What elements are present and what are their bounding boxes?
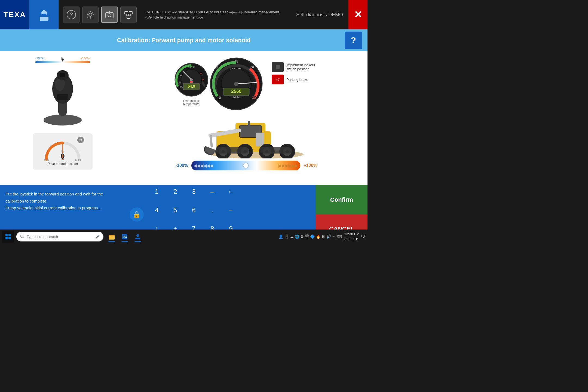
- numpad-key-1[interactable]: 1: [148, 183, 166, 200]
- network-icon: 🌐: [295, 234, 299, 239]
- taskbar-search-bar[interactable]: Type here to search 🎤: [16, 232, 103, 241]
- volume-icon: 🔊: [326, 234, 331, 239]
- svg-rect-36: [190, 81, 193, 83]
- svg-text:47: 47: [276, 78, 280, 82]
- taskbar-app-explorer[interactable]: [106, 231, 118, 243]
- numpad-key-dot[interactable]: .: [204, 201, 221, 219]
- indicators-column: Implement lockout switch position 47 Par…: [272, 57, 319, 84]
- rpm-gauge: 15 20 10 25 5 30 0 RPMx100: [209, 57, 264, 112]
- svg-rect-86: [109, 235, 111, 236]
- joystick-bar: ▼: [35, 61, 90, 63]
- taskbar-system-icons: 👤 📱 ☁ 🌐 ⚙ Ⓑ 🔷 🔥 🖥 🔊 ✏ ⌨: [278, 234, 342, 239]
- direction-bar: ◀◀◀◀◀◀ ▶▶▶▶▶▶: [191, 161, 300, 170]
- camera-toolbar-button[interactable]: [101, 7, 118, 23]
- svg-rect-74: [216, 147, 249, 154]
- search-mic-icon: 🎤: [95, 235, 100, 239]
- numpad-key-6[interactable]: 6: [185, 201, 203, 219]
- windows-start-button[interactable]: [2, 231, 14, 243]
- numpad-key-backspace[interactable]: ←: [222, 183, 240, 200]
- help-toolbar-button[interactable]: ?: [63, 7, 79, 23]
- taskbar-app-dc[interactable]: DC: [119, 231, 131, 243]
- toolbar-icons: ?: [59, 0, 141, 29]
- numpad-key-dash[interactable]: –: [204, 183, 221, 200]
- svg-rect-16: [57, 94, 68, 100]
- instruments-row: 240°F 60 120 180 25 30: [174, 57, 319, 112]
- parking-brake-label: Parking brake: [286, 78, 308, 82]
- svg-rect-10: [127, 16, 130, 19]
- svg-rect-8: [125, 11, 128, 14]
- svg-rect-75: [259, 147, 292, 154]
- search-placeholder: Type here to search: [27, 235, 58, 239]
- parking-brake-indicator: 47: [272, 75, 284, 84]
- taskbar-right: 👤 📱 ☁ 🌐 ⚙ Ⓑ 🔷 🔥 🖥 🔊 ✏ ⌨ 12:38 PM 2/28/20…: [278, 232, 365, 241]
- skid-steer-area: -100% ◀◀◀◀◀◀ ▶▶▶▶▶▶ +100%: [176, 115, 317, 170]
- implement-lockout-label: Implement lockout switch position: [286, 63, 319, 71]
- top-bar: TEXA ? CATERPILLAR\Skid steer\CATERPILLA…: [0, 0, 367, 29]
- lock-button[interactable]: 🔒: [130, 207, 144, 222]
- svg-rect-1: [40, 17, 48, 21]
- notification-button[interactable]: 🗨: [361, 234, 365, 239]
- numpad-key-2[interactable]: 2: [167, 183, 184, 200]
- right-panel: 240°F 60 120 180 25 30: [125, 51, 367, 185]
- main-content: -100% N +100% ▼: [0, 51, 367, 185]
- left-panel: -100% N +100% ▼: [0, 51, 125, 185]
- phone-icon: 📱: [284, 234, 289, 239]
- pen-icon: ✏: [332, 234, 335, 239]
- people-icon: 👤: [278, 234, 283, 239]
- taskbar-apps: DC: [106, 231, 144, 243]
- close-button[interactable]: ✕: [348, 0, 367, 29]
- svg-text:MIN: MIN: [44, 159, 49, 162]
- svg-rect-2: [42, 14, 46, 16]
- numpad-key-3[interactable]: 3: [185, 183, 203, 200]
- numpad-key-4[interactable]: 4: [148, 201, 166, 219]
- svg-text:MAX: MAX: [75, 159, 81, 162]
- drive-control-value: 0: [60, 152, 65, 161]
- bluetooth-icon: Ⓑ: [305, 234, 309, 239]
- svg-text:54.0: 54.0: [188, 84, 195, 88]
- temp-label: Hydraulic oil temperature: [174, 99, 209, 106]
- svg-rect-80: [5, 237, 8, 239]
- keyboard-icon: ⌨: [336, 234, 342, 239]
- implement-lockout-row: Implement lockout switch position: [272, 62, 319, 72]
- nav-home-button[interactable]: [29, 0, 59, 29]
- numpad-key-5[interactable]: 5: [167, 201, 184, 219]
- svg-text:30: 30: [252, 96, 256, 100]
- settings-toolbar-button[interactable]: [82, 7, 99, 23]
- taskbar-clock: 12:38 PM 2/28/2019: [344, 232, 359, 241]
- svg-rect-18: [60, 73, 65, 77]
- svg-text:?: ?: [70, 11, 73, 17]
- svg-rect-53: [276, 65, 280, 69]
- parking-brake-row: 47 Parking brake: [272, 75, 319, 84]
- svg-point-82: [21, 235, 23, 238]
- implement-lockout-indicator: [272, 62, 284, 72]
- joystick-image: [41, 67, 84, 128]
- svg-point-5: [89, 13, 92, 16]
- svg-rect-81: [8, 237, 11, 239]
- confirm-button[interactable]: Confirm: [316, 185, 367, 215]
- breadcrumb: CATERPILLAR\Skid steer\CATERPILLAR\Skid …: [141, 0, 291, 29]
- direction-bar-center-dot: [243, 163, 248, 168]
- svg-text:RPM: RPM: [233, 95, 240, 99]
- svg-line-83: [23, 237, 24, 238]
- svg-rect-60: [256, 133, 264, 146]
- svg-rect-9: [129, 11, 132, 14]
- svg-point-33: [190, 78, 193, 81]
- texa-logo: TEXA: [0, 0, 29, 29]
- drive-control-title: Drive control position: [47, 162, 78, 166]
- self-diagnosis-label: Self-diagnosis DEMO: [291, 0, 348, 29]
- numpad-key-minus[interactable]: −: [222, 201, 240, 219]
- cloud-icon: ☁: [290, 234, 294, 239]
- app-icon-2: 🔷: [310, 234, 315, 239]
- svg-text:0: 0: [219, 96, 221, 100]
- calibration-help-button[interactable]: ?: [345, 32, 362, 49]
- taskbar-app-user[interactable]: [132, 231, 144, 243]
- direction-bar-wrap: -100% ◀◀◀◀◀◀ ▶▶▶▶▶▶ +100%: [176, 161, 317, 170]
- svg-rect-79: [8, 234, 11, 236]
- network-toolbar-button[interactable]: [120, 7, 137, 23]
- svg-point-89: [136, 234, 139, 237]
- settings-icon: ⚙: [301, 234, 304, 239]
- monitor-icon: 🖥: [321, 234, 325, 239]
- svg-rect-78: [5, 234, 8, 236]
- flame-icon: 🔥: [316, 234, 320, 239]
- svg-text:DC: DC: [122, 235, 127, 238]
